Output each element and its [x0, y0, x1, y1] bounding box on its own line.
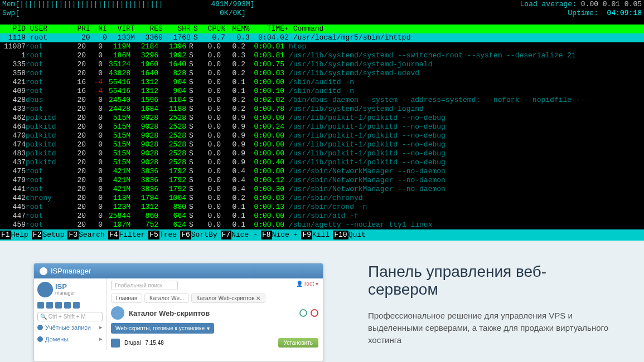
- mem-label: Mem: [2, 0, 15, 9]
- swp-label: Swp: [2, 9, 15, 18]
- col-time[interactable]: TIME+: [250, 25, 289, 33]
- more-icon[interactable]: [73, 302, 80, 309]
- marketing-desc: Профессиональное решение для управления …: [368, 310, 611, 346]
- process-row[interactable]: 447 root20025844860664S0.00.10:00.00/usr…: [0, 212, 644, 221]
- menu-icon: [37, 336, 43, 342]
- sidebar-item[interactable]: Учётные записи▸: [37, 321, 103, 333]
- isp-logo-sub: manager: [55, 290, 75, 296]
- install-button[interactable]: Установить: [278, 338, 319, 348]
- mini-toolbar[interactable]: [37, 302, 103, 309]
- fkey-help[interactable]: F1Help: [0, 231, 32, 239]
- breadcrumb-item[interactable]: Каталог We...: [144, 293, 189, 303]
- drupal-icon: [111, 339, 120, 348]
- app-row[interactable]: Drupal 7.15.48 Установить: [111, 338, 318, 348]
- sel-cpu: 0.7: [201, 33, 225, 42]
- fkey-nice-[interactable]: F7Nice -: [221, 231, 261, 239]
- col-pid[interactable]: PID: [2, 25, 26, 33]
- process-row[interactable]: 470 polkitd200515M90282528S0.00.90:00.00…: [0, 131, 644, 140]
- person-icon: [111, 306, 124, 320]
- isp-logo-text: ISP: [55, 282, 67, 291]
- swp-row: Swp [ 0K/0K] Uptime: 04:09:18: [0, 9, 644, 18]
- sel-pid: 1119: [2, 33, 26, 42]
- process-row[interactable]: 11087 root200119M21841396R0.00.20:00.01h…: [0, 42, 644, 51]
- sidebar-item[interactable]: Домены▸: [37, 333, 103, 345]
- col-mem[interactable]: MEM%: [225, 25, 250, 33]
- process-row[interactable]: 474 polkitd200515M90282528S0.00.90:00.00…: [0, 140, 644, 149]
- col-ni[interactable]: NI: [90, 25, 107, 33]
- fkey-quit[interactable]: F10Quit: [333, 231, 369, 239]
- process-row[interactable]: 428 dbus2002454015961104S0.00.20:02.02/b…: [0, 96, 644, 105]
- fkey-bar: F1HelpF2SetupF3SearchF4FilterF5TreeF6Sor…: [0, 229, 644, 241]
- load-label: Load average:: [520, 0, 577, 9]
- process-row[interactable]: 441 root200421M38361792S0.00.40:00.30/us…: [0, 185, 644, 194]
- process-row[interactable]: 409 root16-4554161312904S0.00.10:00.10/s…: [0, 87, 644, 96]
- process-row[interactable]: 475 root200421M38361792S0.00.40:00.00/us…: [0, 167, 644, 176]
- sel-s: S: [191, 33, 201, 42]
- process-row[interactable]: 1 root200186M32961992S0.00.30:03.81/usr/…: [0, 51, 644, 60]
- power-icon[interactable]: [311, 309, 318, 317]
- process-row[interactable]: 335 root2003512419601640S0.00.20:00.75/u…: [0, 60, 644, 69]
- refresh-icon[interactable]: [299, 309, 307, 317]
- process-row[interactable]: 464 polkitd200515M90282528S0.00.90:00.24…: [0, 123, 644, 131]
- panel-titlebar: ISPmanager: [34, 263, 323, 278]
- swp-bar: [ 0K/0K]: [15, 9, 245, 18]
- grid-icon[interactable]: [55, 302, 62, 309]
- col-virt[interactable]: VIRT: [107, 25, 135, 33]
- col-user[interactable]: USER: [30, 25, 70, 33]
- app-name: Drupal: [124, 340, 141, 346]
- fkey-nice+[interactable]: F8Nice +: [261, 231, 301, 239]
- search-shortcut[interactable]: 🔍 Ctrl + Shift + M: [37, 312, 103, 321]
- breadcrumb-item[interactable]: Главная: [111, 293, 142, 303]
- process-row[interactable]: 421 root16-4554161312904S0.00.10:00.00/s…: [0, 78, 644, 87]
- isp-logo: ISP manager: [37, 282, 103, 297]
- doc-icon[interactable]: [64, 302, 71, 309]
- fkey-kill[interactable]: F9Kill: [301, 231, 333, 239]
- column-header-row[interactable]: PID USER PRI NI VIRT RES SHR S CPU% MEM%…: [0, 25, 644, 33]
- fkey-search[interactable]: F3Search: [67, 231, 108, 239]
- marketing-title: Панель управления веб-сервером: [368, 263, 611, 299]
- process-row[interactable]: 459 root200107M752624S0.00.10:00.00/sbin…: [0, 221, 644, 229]
- col-shr[interactable]: SHR: [163, 25, 191, 33]
- col-pri[interactable]: PRI: [70, 25, 90, 33]
- fkey-setup[interactable]: F2Setup: [32, 231, 68, 239]
- fkey-sortby[interactable]: F6SortBy: [180, 231, 220, 239]
- process-row[interactable]: 483 polkitd200515M90282528S0.00.90:00.00…: [0, 149, 644, 158]
- mem-row: Mem [||||||||||||||||||||||||||||||||| 4…: [0, 0, 644, 9]
- sel-mem: 0.3: [225, 33, 250, 42]
- nav-icon[interactable]: [46, 302, 53, 309]
- global-search[interactable]: Глобальный поиск: [111, 281, 178, 290]
- user-label[interactable]: 👤 root ▾: [296, 281, 318, 287]
- process-row[interactable]: 358 root200438281640828S0.00.20:00.03/us…: [0, 69, 644, 78]
- fkey-tree[interactable]: F5Tree: [148, 231, 180, 239]
- menu-icon: [37, 325, 43, 330]
- isp-logo-icon: [37, 282, 53, 297]
- scripts-dropdown[interactable]: Web-скрипты, готовые к установке ▾: [111, 323, 214, 334]
- process-row[interactable]: 462 polkitd200515M90282528S0.00.90:00.00…: [0, 114, 644, 123]
- marketing-copy: Панель управления веб-сервером Профессио…: [368, 263, 611, 362]
- process-row[interactable]: 433 root2002442816841188S0.00.20:00.78/u…: [0, 105, 644, 114]
- col-cpu[interactable]: CPU%: [201, 25, 225, 33]
- htop-terminal[interactable]: Mem [||||||||||||||||||||||||||||||||| 4…: [0, 0, 644, 241]
- fkey-filter[interactable]: F4Filter: [108, 231, 148, 239]
- panel-window-title: ISPmanager: [51, 267, 91, 275]
- process-row[interactable]: 442 chrony200113M17841004S0.00.20:00.03/…: [0, 194, 644, 203]
- breadcrumb-item[interactable]: Каталог Web-скриптов ✕: [191, 293, 265, 303]
- catalog-title: Каталог Web-скриптов: [129, 309, 210, 317]
- sel-time: 0:04.02: [250, 33, 289, 42]
- sel-ni: 0: [90, 33, 107, 42]
- home-icon[interactable]: [37, 302, 44, 309]
- chevron-down-icon: ▾: [207, 325, 210, 331]
- col-s[interactable]: S: [191, 25, 201, 33]
- process-row[interactable]: 479 root200421M38361792S0.00.40:00.12/us…: [0, 176, 644, 185]
- breadcrumbs: ГлавнаяКаталог We...Каталог Web-скриптов…: [111, 293, 318, 303]
- sel-shr: 1768: [163, 33, 191, 42]
- process-list[interactable]: 11087 root200119M21841396R0.00.20:00.01h…: [0, 42, 644, 229]
- process-row[interactable]: 437 polkitd200515M90282528S0.00.90:00.40…: [0, 158, 644, 167]
- sel-virt: 133M: [107, 33, 135, 42]
- col-res[interactable]: RES: [135, 25, 163, 33]
- app-version: 7.15.48: [145, 340, 163, 346]
- mem-bar: [||||||||||||||||||||||||||||||||| 491M/…: [15, 0, 254, 9]
- selected-process-row[interactable]: 1119 root 20 0 133M 3360 1768 S 0.7 0.3 …: [0, 33, 644, 42]
- col-cmd[interactable]: Command: [289, 25, 324, 33]
- process-row[interactable]: 445 root200123M1312880S0.00.10:00.13/usr…: [0, 203, 644, 212]
